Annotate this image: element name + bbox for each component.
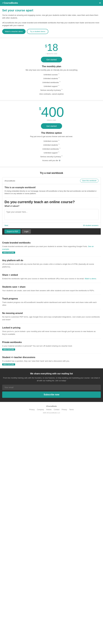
feature-track-progress-title: Track progress xyxy=(2,298,101,300)
divider-2 xyxy=(0,100,103,101)
monthly-amount: 18 xyxy=(47,42,58,52)
workbook-logo: //CourseBooks xyxy=(5,180,15,182)
lifetime-period: ONCE USD xyxy=(2,120,101,121)
mailing-section: We share everything with our mailing lis… xyxy=(0,368,103,402)
feature-branded-title: Create branded workbooks xyxy=(2,242,101,244)
try-student-demo-button[interactable]: Try a student demo xyxy=(27,29,48,34)
hamburger-menu-icon[interactable]: ≡ xyxy=(99,1,101,4)
feature-unlimited-support: Unlimited support ¹ xyxy=(2,84,101,88)
feature-zero-contracts: Zero contracts, cancel anytime xyxy=(2,92,101,96)
footer-link-terms[interactable]: Terms xyxy=(69,409,74,410)
hero-section: Set your course apart You've created an … xyxy=(0,6,103,37)
lifetime-feature-5: Serious security & privacy ¹ xyxy=(2,155,101,158)
feature-student-discussions-desc: If a student has a question, they can 'r… xyxy=(2,360,101,362)
monthly-plan-title: The monthly plan xyxy=(2,65,101,68)
question-section: Do you currently teach an online course?… xyxy=(5,198,98,220)
save-workbook-button[interactable]: Save this workbook xyxy=(80,179,98,182)
new-feature-badge: NEW FEATURE xyxy=(2,252,15,254)
lifetime-get-started-button[interactable]: Get started xyxy=(41,123,62,129)
lifetime-pricing-section: $ 400 ONCE USD Get started The lifetime … xyxy=(0,101,103,166)
footer-link-privacy2[interactable]: Privacy xyxy=(62,409,67,410)
feature-share-embed-desc: Embed the workbooks right into your cour… xyxy=(2,277,101,280)
hero-description-1: You've created an amazing and engaging c… xyxy=(2,14,101,19)
monthly-currency: $ xyxy=(45,44,47,48)
feature-any-platform-title: Any platform will do xyxy=(2,259,101,262)
feature-unlimited-students: Unlimited students ¹ xyxy=(2,76,101,80)
divider-3 xyxy=(0,166,103,168)
workbook-embed-header: //CourseBooks Save this workbook xyxy=(2,178,101,184)
answer-input[interactable] xyxy=(5,209,98,220)
feature-no-messing-desc: No hard to customize PDF forms, ugly Goo… xyxy=(2,316,101,321)
feature-locked-pricing-desc: Once you're in, you're locked—your month… xyxy=(2,330,101,336)
lifetime-currency: $ xyxy=(39,106,41,111)
monthly-price-display: $ 18 xyxy=(2,42,101,52)
feature-students-save-desc: Your students can create, save and share… xyxy=(2,289,101,292)
feature-private-workbooks-desc: Is your material sensitive or personal? … xyxy=(2,344,101,347)
logo-text: CourseBooks xyxy=(4,2,18,4)
student-discussions-badge: NEW FEATURE xyxy=(2,364,15,366)
feature-unlimited-courses: Unlimited courses ¹ xyxy=(2,73,101,76)
lifetime-feature-6: Access until you die 💀 xyxy=(2,158,101,162)
footer-copyright: 2020 ofCourseBooks LLC xyxy=(2,412,101,414)
lifetime-features-list: Unlimited courses ¹ Unlimited students ¹… xyxy=(2,139,101,162)
logo: // CourseBooks xyxy=(2,2,18,4)
private-workbooks-badge: NEW FEATURE xyxy=(2,348,15,350)
features-section: Create branded workbooks Create branded … xyxy=(0,239,103,368)
monthly-period: / MONTH USD xyxy=(2,53,101,54)
next-link[interactable]: Next xyxy=(5,224,8,226)
question-main: Do you currently teach an online course? xyxy=(5,200,98,204)
workbook-title: This is an example workbook! xyxy=(5,186,98,189)
footer-logo-text: CourseBooks xyxy=(47,405,57,407)
feature-locked-pricing-title: Locked in pricing xyxy=(2,326,101,329)
workbook-content: This is an example workbook! It's being … xyxy=(2,184,101,222)
lifetime-plan-subtitle: Pay just once & get access forever and e… xyxy=(2,136,101,138)
subscribe-button[interactable]: Subscribe now xyxy=(2,392,101,398)
watch-demo-link[interactable]: Watch a demo xyxy=(85,278,96,280)
footer-link-contact[interactable]: Contact xyxy=(54,409,59,410)
feature-any-platform: Any platform will do ofCourseBooks works… xyxy=(2,256,101,271)
hero-description-2: ofCourseBooks lets you create branded an… xyxy=(2,22,101,27)
feature-students-save-title: Students save + share xyxy=(2,286,101,288)
lifetime-feature-4: Unlimited support ¹ xyxy=(2,151,101,155)
footer-link-articles[interactable]: Articles xyxy=(46,409,52,410)
workbook-nav: Next 30 student answers xyxy=(2,222,101,228)
email-input[interactable] xyxy=(2,385,101,390)
lifetime-price-display: $ 400 xyxy=(2,105,101,119)
footer-logo: //CourseBooks xyxy=(2,405,101,407)
workbook-section-title: Try a real workbook xyxy=(2,172,101,174)
hero-buttons: Watch a teacher demo Try a student demo xyxy=(2,29,101,34)
export-pdf-button[interactable]: Export to PDF xyxy=(5,229,21,234)
feature-branded-workbooks: Create branded workbooks Create branded … xyxy=(2,239,101,256)
feature-branded-desc: Create branded workbooks with questions … xyxy=(2,245,101,250)
divider xyxy=(0,37,103,38)
logo-icon: // xyxy=(2,2,3,4)
lifetime-feature-1: Unlimited courses ¹ xyxy=(2,139,101,143)
watch-teacher-demo-button[interactable]: Watch a teacher demo xyxy=(2,29,26,34)
mailing-desc: From live monthly training calls with th… xyxy=(2,376,101,382)
feature-track-progress-desc: Track student progress via ofCourseBook'… xyxy=(2,301,101,306)
feature-security-privacy: Serious security & privacy ¹ xyxy=(2,88,101,92)
feature-unlimited-workbooks: Unlimited workbooks ¹ xyxy=(2,80,101,84)
lifetime-feature-2: Unlimited students ¹ xyxy=(2,143,101,147)
monthly-features-list: Unlimited courses ¹ Unlimited students ¹… xyxy=(2,73,101,96)
feature-any-platform-desc: ofCourseBooks works with any course that… xyxy=(2,263,101,268)
see-example-link[interactable]: See an example xyxy=(2,245,94,250)
feature-student-discussions-title: Student <> teacher discussions xyxy=(2,356,101,358)
feature-locked-pricing: Locked in pricing Once you're in, you're… xyxy=(2,324,101,338)
login-button[interactable]: Login xyxy=(22,229,31,234)
feature-private-workbooks: Private workbooks Is your material sensi… xyxy=(2,338,101,354)
header: // CourseBooks ≡ xyxy=(0,0,103,6)
workbook-logo-text: CourseBooks xyxy=(5,180,15,182)
monthly-pricing-section: $ 18 / MONTH USD Get started The monthly… xyxy=(0,38,103,100)
student-answers-count: 30 student answers xyxy=(83,224,98,226)
lifetime-plan-title: The lifetime option xyxy=(2,132,101,134)
feature-share-embed: Share + embed Embed the workbooks right … xyxy=(2,271,101,283)
feature-share-embed-title: Share + embed xyxy=(2,274,101,276)
feature-student-discussions: Student <> teacher discussions If a stud… xyxy=(2,354,101,368)
footer-link-privacy[interactable]: Privacy xyxy=(29,409,35,410)
monthly-plan-subtitle: We only have one monthly plan & it liter… xyxy=(2,69,101,71)
feature-no-messing-title: No messing around xyxy=(2,312,101,314)
monthly-get-started-button[interactable]: Get started xyxy=(41,57,62,62)
footer-link-company[interactable]: Company xyxy=(37,409,44,410)
footer: //CourseBooks Privacy Company Articles C… xyxy=(0,402,103,416)
